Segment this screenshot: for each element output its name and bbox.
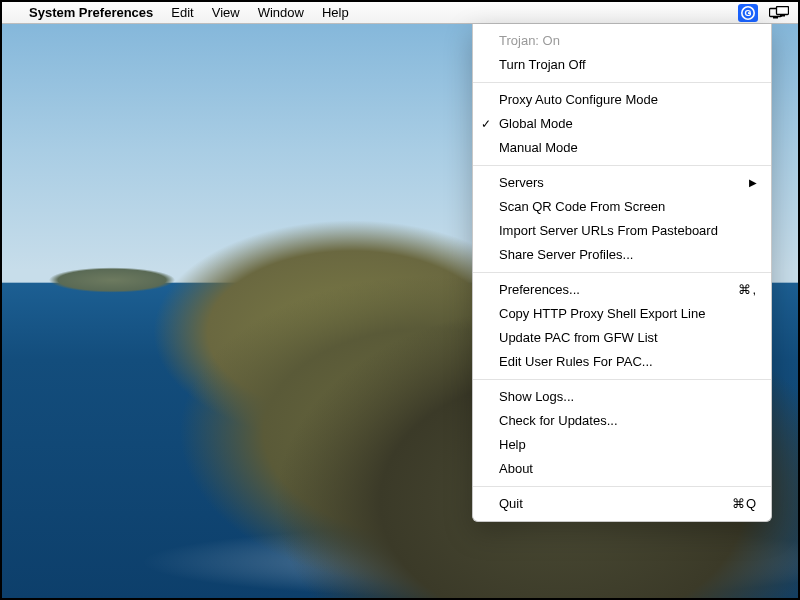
svg-rect-5 — [780, 15, 785, 17]
toggle-trojan-label: Turn Trojan Off — [499, 56, 586, 74]
trojan-dropdown-menu: Trojan: On Turn Trojan Off Proxy Auto Co… — [472, 24, 772, 522]
scan-qr-item[interactable]: Scan QR Code From Screen — [473, 195, 771, 219]
screen: System Preferences Edit View Window Help… — [0, 0, 800, 600]
copy-proxy-label: Copy HTTP Proxy Shell Export Line — [499, 305, 705, 323]
mode-manual-label: Manual Mode — [499, 139, 578, 157]
mode-auto-label: Proxy Auto Configure Mode — [499, 91, 658, 109]
quit-label: Quit — [499, 495, 523, 513]
help-label: Help — [499, 436, 526, 454]
trojan-status-text: Trojan: On — [499, 32, 560, 50]
menu-separator — [473, 379, 771, 380]
menu-help[interactable]: Help — [313, 3, 358, 22]
servers-submenu-item[interactable]: Servers ▶ — [473, 171, 771, 195]
svg-rect-3 — [777, 6, 789, 14]
svg-rect-4 — [773, 17, 778, 19]
menu-window[interactable]: Window — [249, 3, 313, 22]
preferences-shortcut: ⌘, — [738, 281, 757, 299]
about-item[interactable]: About — [473, 457, 771, 481]
import-urls-label: Import Server URLs From Pasteboard — [499, 222, 718, 240]
show-logs-item[interactable]: Show Logs... — [473, 385, 771, 409]
scan-qr-label: Scan QR Code From Screen — [499, 198, 665, 216]
svg-text:G: G — [744, 8, 751, 18]
trojan-status-icon[interactable]: G — [738, 4, 758, 22]
menu-view[interactable]: View — [203, 3, 249, 22]
show-logs-label: Show Logs... — [499, 388, 574, 406]
quit-shortcut: ⌘Q — [732, 495, 757, 513]
edit-rules-item[interactable]: Edit User Rules For PAC... — [473, 350, 771, 374]
help-item[interactable]: Help — [473, 433, 771, 457]
import-urls-item[interactable]: Import Server URLs From Pasteboard — [473, 219, 771, 243]
check-updates-item[interactable]: Check for Updates... — [473, 409, 771, 433]
check-icon: ✓ — [481, 115, 491, 133]
menubar-left: System Preferences Edit View Window Help — [10, 3, 358, 22]
copy-proxy-item[interactable]: Copy HTTP Proxy Shell Export Line — [473, 302, 771, 326]
preferences-item[interactable]: Preferences... ⌘, — [473, 278, 771, 302]
menu-separator — [473, 165, 771, 166]
quit-item[interactable]: Quit ⌘Q — [473, 492, 771, 516]
share-profiles-item[interactable]: Share Server Profiles... — [473, 243, 771, 267]
update-pac-label: Update PAC from GFW List — [499, 329, 658, 347]
submenu-arrow-icon: ▶ — [749, 174, 757, 192]
menu-separator — [473, 272, 771, 273]
servers-label: Servers — [499, 174, 544, 192]
trojan-status-label: Trojan: On — [473, 29, 771, 53]
g-circle-icon: G — [740, 5, 756, 21]
about-label: About — [499, 460, 533, 478]
menu-separator — [473, 82, 771, 83]
check-updates-label: Check for Updates... — [499, 412, 618, 430]
update-pac-item[interactable]: Update PAC from GFW List — [473, 326, 771, 350]
displays-icon — [769, 6, 789, 20]
mode-global-label: Global Mode — [499, 115, 573, 133]
display-arrangement-icon[interactable] — [768, 4, 790, 22]
toggle-trojan-item[interactable]: Turn Trojan Off — [473, 53, 771, 77]
mode-manual-item[interactable]: Manual Mode — [473, 136, 771, 160]
menubar-right: G — [738, 4, 790, 22]
menubar: System Preferences Edit View Window Help… — [2, 2, 798, 24]
preferences-label: Preferences... — [499, 281, 580, 299]
share-profiles-label: Share Server Profiles... — [499, 246, 633, 264]
mode-global-item[interactable]: ✓ Global Mode — [473, 112, 771, 136]
edit-rules-label: Edit User Rules For PAC... — [499, 353, 653, 371]
menu-separator — [473, 486, 771, 487]
app-menu[interactable]: System Preferences — [20, 3, 162, 22]
mode-auto-item[interactable]: Proxy Auto Configure Mode — [473, 88, 771, 112]
menu-edit[interactable]: Edit — [162, 3, 202, 22]
